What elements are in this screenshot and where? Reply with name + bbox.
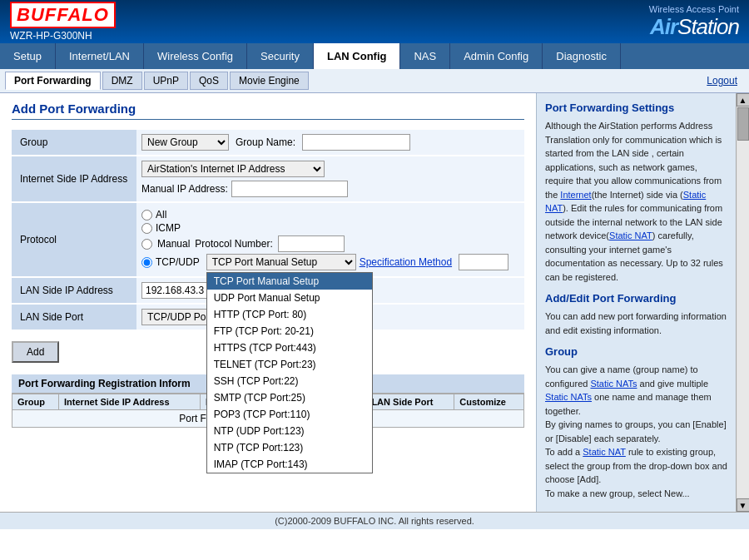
internet-ip-select[interactable]: AirStation's Internet IP Address	[141, 161, 325, 177]
static-nat-link-4[interactable]: Static NATs	[545, 392, 592, 402]
internet-ip-field: AirStation's Internet IP Address Manual …	[136, 156, 524, 202]
sidebar-title-2: Add/Edit Port Forwarding	[545, 292, 727, 305]
protocol-number-input[interactable]	[278, 235, 345, 252]
sub-tabs: Port Forwarding DMZ UPnP QoS Movie Engin…	[5, 72, 309, 90]
dropdown-item-http[interactable]: HTTP (TCP Port: 80)	[207, 306, 372, 323]
form-table: Group New Group Existing Group Group Nam…	[12, 130, 524, 331]
airstation-text: AirStation	[649, 14, 739, 40]
static-nat-link-5[interactable]: Static NAT	[583, 447, 626, 457]
col-customize: Customize	[454, 394, 524, 410]
sidebar-title-1: Port Forwarding Settings	[545, 102, 727, 114]
radio-manual[interactable]	[141, 239, 152, 250]
radio-all[interactable]	[141, 210, 152, 221]
sub-tab-upnp[interactable]: UPnP	[144, 72, 188, 90]
sidebar-text-1: Although the AirStation performs Address…	[545, 119, 727, 284]
tab-setup[interactable]: Setup	[0, 43, 56, 69]
manual-ip-label: Manual IP Address:	[141, 183, 228, 195]
scroll-thumb[interactable]	[737, 107, 749, 141]
radio-all-label: All	[156, 209, 166, 221]
dropdown-item-tcp-manual[interactable]: TCP Port Manual Setup	[207, 273, 372, 290]
nav-tabs: Setup Internet/LAN Wireless Config Secur…	[0, 43, 749, 69]
main-layout: Add Port Forwarding Group New Group Exis…	[0, 93, 749, 512]
add-button[interactable]: Add	[12, 341, 59, 363]
scroll-track	[737, 107, 749, 498]
dropdown-item-ntp-tcp[interactable]: NTP (TCP Port:123)	[207, 439, 372, 456]
dropdown-item-smtp[interactable]: SMTP (TCP Port:25)	[207, 389, 372, 406]
internet-link[interactable]: Internet	[560, 190, 591, 200]
dropdown-item-ssh[interactable]: SSH (TCP Port:22)	[207, 373, 372, 389]
dropdown-item-telnet[interactable]: TELNET (TCP Port:23)	[207, 356, 372, 373]
protocol-number-label: Protocol Number:	[195, 238, 272, 250]
sidebar-scrollbar[interactable]: ▲ ▼	[736, 93, 749, 512]
scroll-down-btn[interactable]: ▼	[737, 498, 750, 512]
tab-diagnostic[interactable]: Diagnostic	[543, 43, 621, 69]
internet-ip-label: Internet Side IP Address	[12, 156, 136, 202]
lan-ip-label: LAN Side IP Address	[12, 277, 136, 304]
group-label: Group	[12, 130, 136, 156]
sub-tab-port-forwarding[interactable]: Port Forwarding	[5, 72, 101, 90]
footer-text: (C)2000-2009 BUFFALO INC. All rights res…	[275, 516, 474, 526]
spec-method-link[interactable]: Specification Method	[360, 256, 452, 268]
group-select[interactable]: New Group Existing Group	[141, 134, 229, 151]
scroll-up-btn[interactable]: ▲	[737, 93, 750, 107]
tab-nas[interactable]: NAS	[400, 43, 450, 69]
dropdown-item-https[interactable]: HTTPS (TCP Port:443)	[207, 339, 372, 356]
tab-internet-lan[interactable]: Internet/LAN	[56, 43, 144, 69]
tcpudp-dropdown[interactable]: TCP Port Manual Setup UDP Port Manual Se…	[206, 272, 373, 473]
internet-ip-row: Internet Side IP Address AirStation's In…	[12, 156, 524, 202]
tab-security[interactable]: Security	[247, 43, 314, 69]
group-row: Group New Group Existing Group Group Nam…	[12, 130, 524, 156]
sidebar-text-2: You can add new port forwarding informat…	[545, 310, 727, 337]
header: BUFFALO WZR-HP-G300NH Wireless Access Po…	[0, 0, 749, 43]
tab-lan-config[interactable]: LAN Config	[314, 43, 400, 69]
protocol-label: Protocol	[12, 202, 136, 277]
tcpudp-select[interactable]: TCP Port Manual Setup	[206, 254, 356, 270]
footer: (C)2000-2009 BUFFALO INC. All rights res…	[0, 512, 749, 529]
airstation-brand: Wireless Access Point AirStation	[649, 4, 739, 40]
protocol-field: All ICMP Manual Protocol Number:	[136, 202, 524, 277]
group-name-label: Group Name:	[236, 136, 295, 148]
spec-method-input[interactable]	[459, 254, 508, 270]
col-group: Group	[12, 394, 59, 410]
model-name: WZR-HP-G300NH	[10, 30, 116, 42]
sidebar: Port Forwarding Settings Although the Ai…	[536, 93, 736, 512]
sidebar-container: Port Forwarding Settings Although the Ai…	[536, 93, 749, 512]
group-name-input[interactable]	[302, 134, 410, 151]
content-area: Add Port Forwarding Group New Group Exis…	[0, 93, 536, 512]
logout-link[interactable]: Logout	[700, 73, 744, 88]
radio-icmp-label: ICMP	[156, 222, 181, 234]
radio-manual-label: Manual	[157, 238, 190, 250]
group-field: New Group Existing Group Group Name:	[136, 130, 524, 156]
sub-tab-qos[interactable]: QoS	[190, 72, 228, 90]
manual-ip-input[interactable]	[231, 181, 348, 197]
col-internet-ip: Internet Side IP Address	[59, 394, 201, 410]
wireless-label: Wireless Access Point	[649, 4, 739, 14]
radio-icmp[interactable]	[141, 223, 152, 234]
dropdown-item-udp-manual[interactable]: UDP Port Manual Setup	[207, 290, 372, 306]
form-title: Add Port Forwarding	[12, 102, 524, 120]
static-nat-link-3[interactable]: Static NATs	[590, 379, 637, 389]
sub-tab-movie-engine[interactable]: Movie Engine	[230, 72, 309, 90]
col-lan-port: LAN Side Port	[366, 394, 454, 410]
sidebar-text-3: You can give a name (group name) to conf…	[545, 363, 727, 500]
dropdown-item-pop3[interactable]: POP3 (TCP Port:110)	[207, 406, 372, 423]
sub-tab-dmz[interactable]: DMZ	[102, 72, 142, 90]
radio-tcpudp[interactable]	[141, 257, 152, 268]
buffalo-logo: BUFFALO	[10, 2, 116, 28]
dropdown-item-imap[interactable]: IMAP (TCP Port:143)	[207, 456, 372, 473]
dropdown-item-ftp[interactable]: FTP (TCP Port: 20-21)	[207, 323, 372, 339]
radio-tcpudp-label: TCP/UDP	[156, 256, 200, 268]
lan-port-label: LAN Side Port	[12, 304, 136, 330]
dropdown-item-ntp-udp[interactable]: NTP (UDP Port:123)	[207, 423, 372, 439]
tab-admin-config[interactable]: Admin Config	[450, 43, 543, 69]
tab-wireless-config[interactable]: Wireless Config	[144, 43, 247, 69]
protocol-row: Protocol All ICMP Manual Protocol Number…	[12, 202, 524, 277]
static-nat-link-2[interactable]: Static NAT	[609, 230, 652, 240]
sidebar-title-3: Group	[545, 345, 727, 358]
